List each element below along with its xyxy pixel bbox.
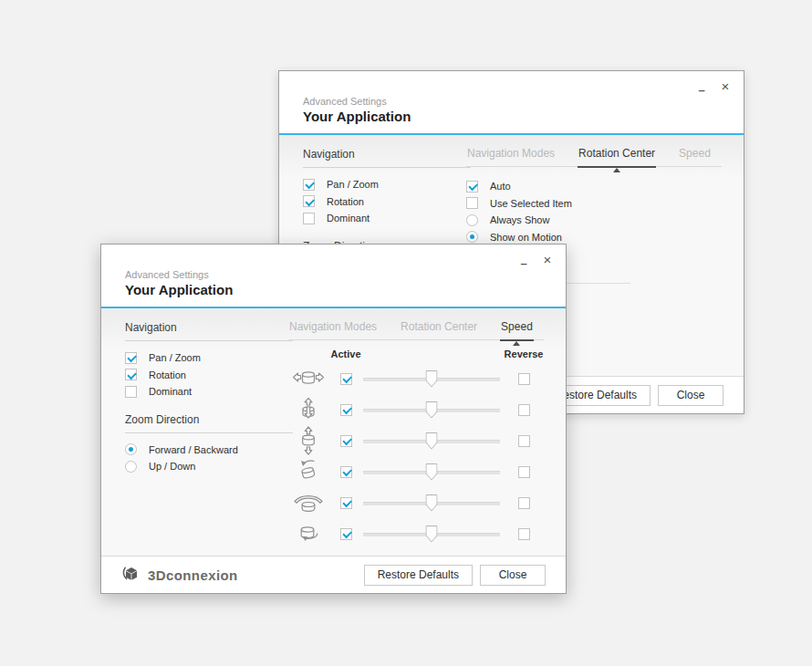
minimize-button[interactable]: – [515,250,533,272]
advanced-settings-dialog-front: Advanced Settings Your Application – × N… [100,244,567,594]
tab-speed[interactable]: Speed [678,148,712,166]
forward-backward-radio[interactable] [125,443,137,455]
dominant-checkbox[interactable] [303,213,315,224]
reverse-checkbox[interactable] [518,404,530,416]
always-show-label: Always Show [490,214,549,225]
speed-slider[interactable] [363,401,500,419]
active-checkbox[interactable] [340,373,352,385]
use-selected-item-label: Use Selected Item [490,198,572,209]
minimize-button[interactable]: – [692,77,711,99]
window-controls: – × [692,77,734,99]
tab-speed[interactable]: Speed [500,321,534,341]
rotation-label: Rotation [327,196,364,207]
rotation-checkbox-row[interactable]: Rotation [303,193,471,211]
rotation-checkbox[interactable] [303,195,315,207]
up-down-radio[interactable] [125,461,137,473]
pan-up-down-icon [292,426,325,455]
close-dialog-button[interactable]: Close [480,565,546,586]
dominant-checkbox-row[interactable]: Dominant [125,383,293,401]
brand-name: 3Dconnexion [148,567,238,583]
speed-slider[interactable] [363,369,500,388]
forward-backward-radio-row[interactable]: Forward / Backward [125,442,293,459]
roll-icon [292,490,325,515]
active-checkbox[interactable] [340,404,352,416]
settings-tabs: Navigation Modes Rotation Center Speed [288,321,544,340]
3dconnexion-cube-icon [121,565,141,585]
slider-thumb[interactable] [426,463,438,481]
tilt-icon [292,458,325,485]
window-controls: – × [515,250,557,272]
reverse-column-header: Reverse [505,349,544,359]
speed-row-pan-left-right [288,363,544,394]
reverse-checkbox[interactable] [518,373,530,385]
active-column-header: Active [330,349,360,359]
up-down-radio-row[interactable]: Up / Down [125,458,293,475]
pan-zoom-checkbox-row[interactable]: Pan / Zoom [303,176,471,193]
active-checkbox[interactable] [340,497,352,509]
active-checkbox[interactable] [340,435,352,447]
show-on-motion-radio[interactable] [466,231,478,243]
speed-row-tilt [288,456,544,487]
rotation-checkbox[interactable] [125,369,137,380]
slider-thumb[interactable] [426,370,438,388]
auto-label: Auto [490,181,511,192]
dominant-label: Dominant [327,213,370,224]
speed-row-zoom [288,394,544,425]
dialog-subtitle: Advanced Settings [125,269,209,280]
reverse-checkbox[interactable] [518,466,530,478]
use-selected-item-checkbox[interactable] [466,197,478,209]
application-title: Your Application [125,282,233,297]
speed-column-headers: Active Reverse [288,349,544,359]
slider-thumb[interactable] [426,526,438,543]
dialog-subtitle: Advanced Settings [303,96,387,107]
dominant-checkbox[interactable] [125,386,137,398]
up-down-label: Up / Down [149,461,195,472]
auto-option-row[interactable]: Auto [466,178,722,195]
slider-thumb[interactable] [426,401,438,419]
dominant-checkbox-row[interactable]: Dominant [303,210,471,227]
tab-rotation-center[interactable]: Rotation Center [578,148,656,168]
close-dialog-button[interactable]: Close [658,385,724,406]
active-checkbox[interactable] [340,466,352,478]
speed-slider[interactable] [363,525,500,543]
navigation-section-label: Navigation [303,148,471,168]
application-title: Your Application [303,109,411,124]
dominant-label: Dominant [149,386,192,397]
active-checkbox[interactable] [340,528,352,540]
speed-slider[interactable] [363,432,500,450]
auto-checkbox[interactable] [466,181,478,193]
close-button[interactable]: × [538,250,557,268]
reverse-checkbox[interactable] [518,435,530,447]
always-show-option-row[interactable]: Always Show [466,212,722,229]
speed-row-spin [288,518,544,549]
spin-icon [292,522,325,546]
pan-zoom-label: Pan / Zoom [327,179,379,190]
pan-zoom-checkbox[interactable] [125,352,137,364]
pan-zoom-checkbox-row[interactable]: Pan / Zoom [125,349,293,367]
speed-slider[interactable] [363,463,500,481]
slider-thumb[interactable] [426,432,438,450]
window-body: Navigation Pan / Zoom Rotation Dominant … [101,308,566,555]
navigation-section-label: Navigation [125,321,293,341]
settings-tabs: Navigation Modes Rotation Center Speed [466,148,722,167]
tab-navigation-modes[interactable]: Navigation Modes [288,321,378,339]
speed-slider[interactable] [363,494,500,512]
always-show-radio[interactable] [466,214,478,226]
rotation-label: Rotation [149,369,186,380]
window-footer: 3Dconnexion Restore Defaults Close [101,556,566,593]
reverse-checkbox[interactable] [518,497,530,509]
slider-thumb[interactable] [426,494,438,512]
rotation-checkbox-row[interactable]: Rotation [125,367,293,384]
close-button[interactable]: × [716,77,734,95]
pan-left-right-icon [292,366,325,391]
use-selected-item-option-row[interactable]: Use Selected Item [466,195,722,213]
tab-navigation-modes[interactable]: Navigation Modes [466,148,556,166]
tab-rotation-center[interactable]: Rotation Center [400,321,478,339]
reverse-checkbox[interactable] [518,528,530,540]
brand-logo: 3Dconnexion [121,565,238,585]
speed-row-pan-up-down [288,425,544,456]
restore-defaults-button[interactable]: Restore Defaults [364,565,473,586]
zoom-direction-section-label: Zoom Direction [125,413,293,433]
pan-zoom-checkbox[interactable] [303,179,315,191]
forward-backward-label: Forward / Backward [149,444,238,455]
